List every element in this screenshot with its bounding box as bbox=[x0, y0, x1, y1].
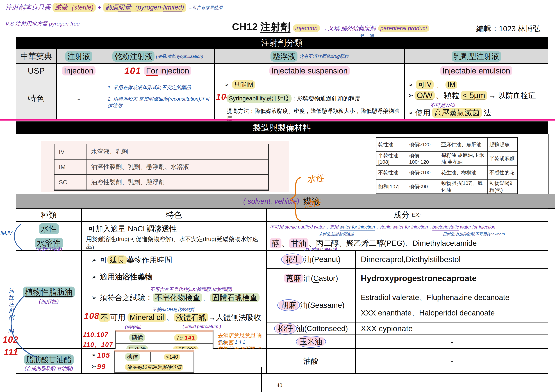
syringeability-line: Syringeablility易注射度 ：影響藥物通過針頭的程度 bbox=[227, 94, 361, 103]
im-ok-note: IM bbox=[445, 81, 457, 89]
header-suspension-note: 含有不溶性固体drug顆粒 bbox=[299, 53, 349, 59]
gly-bullet-1: ➢105 bbox=[91, 351, 110, 359]
aq-hw-3: water for injection bbox=[459, 224, 495, 229]
propylene-hw: propylene alcohol bbox=[305, 246, 337, 251]
features-dry-powder: 1. 常用在做成液体形式時不安定的藥品 2. 用時為粉末,需加溶媒回溶(reco… bbox=[101, 78, 215, 120]
aqueous-label-cell: 水性 bbox=[16, 222, 82, 236]
iodine-label: 碘價 bbox=[129, 334, 145, 342]
route-table: IV 水溶液、乳劑 IM 油溶性製劑、乳劑、懸浮劑、水溶液 SC 油溶性製劑、乳… bbox=[54, 144, 269, 191]
usp-suspension-text: Injectable suspension bbox=[270, 66, 350, 75]
cottonseed-rest: 油(Cottonseed) bbox=[297, 324, 348, 333]
castor-v1a: Hydroxyprogestrone bbox=[361, 273, 442, 283]
vt-header-feature: 特色 bbox=[82, 209, 267, 222]
oil-mnemonic: 動物愛喝9精(氫) bbox=[488, 180, 517, 194]
usp-injection-text: Injection bbox=[62, 66, 96, 75]
header-dry-powder-note: (凍晶;凍乾 lyophilization) bbox=[156, 54, 203, 59]
vt-header-type: 種類 bbox=[16, 209, 82, 222]
dry-note-1: 1. 常用在做成液体形式時不安定的藥品 bbox=[108, 84, 191, 91]
arrow-bullet-icon: ➢ bbox=[408, 92, 413, 99]
oil-examples: 動物脂肪[107]、氫化油 bbox=[439, 180, 488, 194]
glyceride-label: 脂肪酸甘油酯 bbox=[24, 355, 74, 365]
oil-iodine: 碘價>120 bbox=[407, 138, 439, 152]
iodine-value-text: 79-141 bbox=[174, 334, 197, 341]
veg-b1-text: 可延長藥物作用時間 bbox=[100, 255, 172, 265]
particle-size: < 5μm bbox=[460, 91, 487, 100]
vegetable-oil-label-wrap: 植物性脂肪油 bbox=[16, 286, 81, 298]
castor-oil-cell: 蓖麻油(Castor) bbox=[267, 269, 356, 288]
top-note-sterile: 滅菌（sterile) bbox=[52, 3, 96, 12]
cottonseed-ingredients: XXX cypionate bbox=[356, 322, 548, 335]
usp-suspension: Injectable suspension bbox=[215, 64, 405, 78]
footer-divider bbox=[261, 367, 262, 392]
glyceride-label-wrap: 脂肪酸甘油酯 bbox=[16, 355, 81, 365]
alcohol-hl: 醇 bbox=[270, 238, 281, 249]
veg-b1-extend: 延長 bbox=[107, 256, 127, 264]
glyceride-label-cell: 脂肪酸甘油酯 (合成的脂肪酸.甘油酯) bbox=[16, 349, 82, 374]
veg-bullet-4: 不可用 Mineral oil、液體石蠟→人體無法吸收 bbox=[98, 312, 261, 322]
corn-oil-cell: 玉米油 bbox=[267, 335, 356, 349]
header-dry-powder-label: 乾粉注射液 bbox=[112, 51, 154, 62]
solid-paraffin-test: 固體石蠟檢查 bbox=[210, 293, 260, 302]
gly-values-table: 碘價 <140 冷卻到10度時應保持澄清 bbox=[114, 350, 194, 373]
top-note-pyrogen: 熱源限量（pyrogen-limited) bbox=[103, 3, 186, 12]
vehicle-table: 種類 特色 成分 EX: 水性 可加入適量 NaCl 調滲透性 不可用 ster… bbox=[16, 208, 548, 374]
arrow-bullet-icon: ➢ bbox=[408, 81, 413, 89]
ow-emulsion: O/W bbox=[415, 91, 435, 100]
features-injection: - bbox=[57, 78, 101, 120]
top-note-suffix: →可含有微量熱源 bbox=[188, 5, 222, 10]
arrow-bullet-icon: ➢ bbox=[91, 256, 97, 264]
marker-110-107b: 110、107 bbox=[83, 341, 113, 349]
castor-rest2: astor) bbox=[319, 274, 338, 282]
title-hw-alias: ，又稱 腸外給藥製劑 bbox=[322, 24, 376, 32]
header-dry-powder: 乾粉注射液 (凍晶;凍乾 lyophilization) bbox=[101, 50, 215, 64]
usp-injection-rest: injection bbox=[158, 66, 189, 75]
aqueous-hw-main: 不可用 sterile purified water，需用 water for … bbox=[270, 224, 495, 230]
chapter-number: CH12 bbox=[232, 21, 258, 33]
oil-iodine: 碘價100~120 bbox=[407, 152, 439, 166]
usp-for-underlined: For bbox=[146, 66, 158, 75]
sesame-oil-cell: 胡麻油(Seasame) bbox=[267, 288, 356, 322]
route-iv-label: IV bbox=[54, 144, 87, 160]
marker-99: 99 bbox=[97, 363, 106, 371]
gly-clarity-cell: 冷卻到10度時應保持澄清 bbox=[115, 362, 194, 373]
vt-header-ingredient-label: 成分 bbox=[394, 210, 409, 220]
oil-examples: 棉籽油,胡麻油,玉米油,葵花油 bbox=[439, 152, 488, 166]
corn-hl: 玉米油 bbox=[298, 337, 324, 346]
gly-iodine-label-cell: 碘價 bbox=[115, 352, 151, 362]
gly-bullet-2: ➢99 bbox=[91, 363, 106, 371]
title-hw-parenteral: parenteral product bbox=[378, 25, 429, 32]
marker-111: 111 bbox=[4, 347, 18, 357]
vegetable-oil-label-cell: 植物性脂肪油 (油溶性) bbox=[16, 251, 82, 349]
manufacturing-banner: 製造與製備材料 bbox=[16, 121, 548, 134]
iv-ok-note: 可IV bbox=[416, 80, 434, 89]
top-note-line2: V.S 注射用水方需 pyrogen-free bbox=[5, 20, 80, 28]
cosolvent-feature: 用於難溶性drug(可促進藥物溶解)、水不安定drug(延緩藥物水解速率) bbox=[82, 236, 267, 251]
peanut-ingredients: Dimercaprol,Diethylstilbestol bbox=[356, 251, 548, 269]
peanut-oil-name: 花生油(Peanut) bbox=[281, 254, 340, 265]
oil-iodine: 碘價<90 bbox=[407, 180, 439, 194]
pyrogen-pre: 熱源 bbox=[105, 4, 118, 11]
veg-b4f: →人體無法吸收 bbox=[208, 313, 261, 321]
gly-iodine-label: 碘價 bbox=[125, 353, 140, 361]
peanut-rest: 油(Peanut) bbox=[304, 255, 340, 264]
sesame-line2: XXX enanthate、Haloperidol decanoate bbox=[361, 308, 548, 318]
aq-hw-bacteriostatic: bacteriostatic bbox=[432, 224, 459, 229]
aq-hw-wfi: water for injection bbox=[340, 224, 375, 229]
method-suffix: 法 bbox=[484, 108, 491, 118]
oil-examples: 亞麻仁油、魚肝油 bbox=[439, 138, 488, 152]
route-sc-forms: 油溶性製劑、乳劑、懸浮劑 bbox=[87, 175, 269, 190]
cottonseed-oil-cell: 棉仔油(Cottonseed) bbox=[267, 322, 356, 335]
aq-hw-2: ，sterile water for injection， bbox=[375, 224, 432, 229]
separator: 、 bbox=[202, 293, 210, 302]
header-emulsion-label: 乳劑型注射液 bbox=[452, 51, 501, 62]
title-hw-injection: injection bbox=[293, 24, 320, 32]
top-note-prefix: 注射劑本身只需 bbox=[5, 3, 51, 12]
aqueous-feature: 可加入適量 NaCl 調滲透性 bbox=[82, 222, 267, 236]
syringeability-desc: ：影響藥物通過針頭的程度 bbox=[292, 95, 361, 103]
castor-hl: 蓖麻 bbox=[284, 274, 303, 283]
veg-b2a: 適用 bbox=[100, 272, 115, 281]
top-note-line1: 注射劑本身只需 滅菌（sterile) + 熱源限量（pyrogen-limit… bbox=[5, 3, 222, 12]
cosolvent-ingredient: 醇 、 甘油 、丙二醇、聚乙烯二醇(PEG)、Dimethylacetamide… bbox=[267, 236, 548, 251]
corn-oil-name: 玉米油 bbox=[296, 336, 326, 348]
veg-b3a: 須符合之試驗： bbox=[100, 293, 153, 302]
